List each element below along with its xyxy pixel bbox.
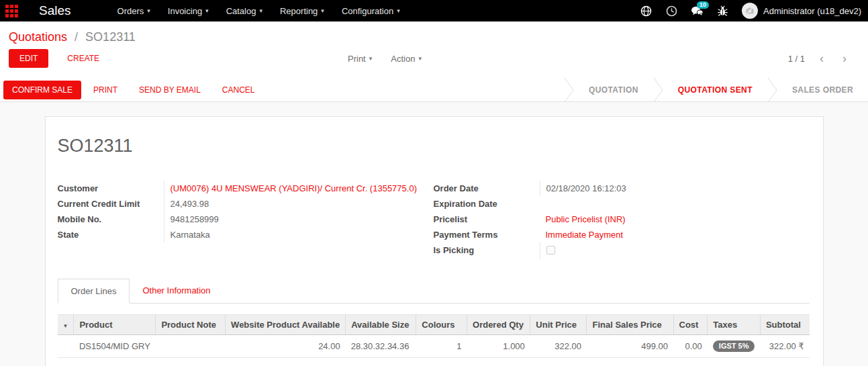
is-picking-checkbox[interactable] <box>546 246 555 255</box>
activities-clock-icon[interactable] <box>665 5 678 17</box>
col-final-sales-price[interactable]: Final Sales Price <box>587 315 673 335</box>
debug-bug-icon[interactable] <box>716 5 729 17</box>
chevron-down-icon: ▾ <box>147 7 150 14</box>
cell-ordered-qty: 1.000 <box>467 335 530 358</box>
user-menu[interactable]: Administrator (u18_dev2) <box>742 3 861 19</box>
menu-orders[interactable]: Orders ▾ <box>109 0 159 21</box>
state-quotation[interactable]: QUOTATION <box>574 78 653 101</box>
table-header-row: ▼ Product Product Note Website Product A… <box>58 315 810 335</box>
tab-other-information[interactable]: Other Information <box>130 279 223 304</box>
status-arrow-separator <box>653 78 663 102</box>
field-is-picking: Is Picking <box>434 242 810 259</box>
cell-available-size: 28.30.32.34.36 <box>346 335 416 358</box>
pricelist-link[interactable]: Public Pricelist (INR) <box>540 212 810 227</box>
cell-final-sales-price: 499.00 <box>587 335 673 358</box>
breadcrumb: Quotations / SO12311 <box>0 21 868 46</box>
user-name: Administrator (u18_dev2) <box>763 6 861 16</box>
systray: 10 <box>640 3 868 19</box>
control-panel-buttons: EDIT CREATE Print ▾ Action ▾ 1 / 1 ‹ › <box>0 46 868 78</box>
main-content: SO12311 Customer (UM0076) 4U MENSWEAR (Y… <box>0 102 868 366</box>
state-quotation-sent[interactable]: QUOTATION SENT <box>663 78 767 101</box>
statusbar: CONFIRM SALE PRINT SEND BY EMAIL CANCEL … <box>0 78 868 102</box>
menu-invoicing[interactable]: Invoicing ▾ <box>159 0 218 21</box>
col-ordered-qty[interactable]: Ordered Qty <box>467 315 530 335</box>
pager-count: 1 / 1 <box>788 54 805 64</box>
pager: 1 / 1 ‹ › <box>788 52 851 65</box>
chevron-down-icon: ▾ <box>205 7 209 14</box>
messages-chat-icon[interactable]: 10 <box>691 5 704 17</box>
print-dropdown[interactable]: Print ▾ <box>348 54 372 64</box>
nav-menus: Orders ▾ Invoicing ▾ Catalog ▾ Reporting… <box>109 0 409 21</box>
unread-count-badge: 10 <box>697 1 709 9</box>
chevron-down-icon: ▾ <box>259 7 262 14</box>
cell-unit-price: 322.00 <box>530 335 587 358</box>
print-button[interactable]: PRINT <box>84 81 127 99</box>
col-website-product-available[interactable]: Website Product Available <box>226 315 346 335</box>
breadcrumb-separator: / <box>75 30 78 44</box>
field-groups: Customer (UM0076) 4U MENSWEAR (YADGIRI)/… <box>58 181 810 259</box>
statusbar-buttons: CONFIRM SALE PRINT SEND BY EMAIL CANCEL <box>0 78 264 101</box>
tax-badge: IGST 5% <box>713 340 755 352</box>
status-arrow-separator <box>767 78 777 102</box>
field-pricelist: Pricelist Public Pricelist (INR) <box>434 212 810 227</box>
tab-order-lines[interactable]: Order Lines <box>58 279 130 304</box>
statusbar-states: QUOTATION QUOTATION SENT SALES ORDER <box>564 78 868 101</box>
cell-subtotal: 322.00 ₹ <box>760 335 809 358</box>
action-dropdown[interactable]: Action ▾ <box>391 54 422 64</box>
field-current-credit-limit: Current Credit Limit 24,493.98 <box>58 196 434 212</box>
field-group-right: Order Date 02/18/2020 16:12:03 Expiratio… <box>434 181 810 259</box>
col-subtotal[interactable]: Subtotal <box>760 315 809 335</box>
col-product-note[interactable]: Product Note <box>156 315 226 335</box>
chevron-down-icon: ▾ <box>321 7 324 14</box>
website-globe-icon[interactable] <box>640 5 653 17</box>
col-available-size[interactable]: Available Size <box>346 315 416 335</box>
order-line-row[interactable]: DS1504/MID GRY 24.00 28.30.32.34.36 1 1.… <box>58 335 810 358</box>
col-unit-price[interactable]: Unit Price <box>530 315 587 335</box>
empty-table-row <box>58 358 810 366</box>
col-cost[interactable]: Cost <box>673 315 708 335</box>
chevron-down-icon: ▾ <box>369 55 373 62</box>
pager-next-icon[interactable]: › <box>838 52 851 65</box>
state-sales-order[interactable]: SALES ORDER <box>777 78 868 101</box>
cell-cost: 0.00 <box>673 335 708 358</box>
breadcrumb-quotations-link[interactable]: Quotations <box>9 30 67 44</box>
cell-colours: 1 <box>416 335 467 358</box>
field-customer: Customer (UM0076) 4U MENSWEAR (YADGIRI)/… <box>58 181 434 196</box>
field-order-date: Order Date 02/18/2020 16:12:03 <box>434 181 810 196</box>
chevron-down-icon: ▾ <box>418 55 422 62</box>
avatar <box>742 3 758 19</box>
send-by-email-button[interactable]: SEND BY EMAIL <box>130 81 210 99</box>
confirm-sale-button[interactable]: CONFIRM SALE <box>3 81 81 99</box>
create-button[interactable]: CREATE <box>63 53 103 64</box>
status-arrow-separator <box>564 78 574 102</box>
field-state: State Karnataka <box>58 227 434 242</box>
column-options-toggle[interactable]: ▼ <box>58 315 74 335</box>
field-group-left: Customer (UM0076) 4U MENSWEAR (YADGIRI)/… <box>58 181 434 259</box>
field-expiration-date: Expiration Date <box>434 196 810 212</box>
cell-product: DS1504/MID GRY <box>74 335 156 358</box>
menu-reporting[interactable]: Reporting ▾ <box>271 0 333 21</box>
cell-taxes: IGST 5% <box>708 335 761 358</box>
payment-terms-link[interactable]: Immediate Payment <box>540 227 810 242</box>
top-navbar: Sales Orders ▾ Invoicing ▾ Catalog ▾ Rep… <box>0 0 868 21</box>
field-payment-terms: Payment Terms Immediate Payment <box>434 227 810 242</box>
pager-previous-icon[interactable]: ‹ <box>816 52 828 65</box>
order-lines-table: ▼ Product Product Note Website Product A… <box>58 314 810 366</box>
page-title: SO12311 <box>58 136 810 156</box>
col-colours[interactable]: Colours <box>416 315 467 335</box>
chevron-down-icon: ▼ <box>63 323 68 329</box>
col-taxes[interactable]: Taxes <box>708 315 761 335</box>
customer-link[interactable]: (UM0076) 4U MENSWEAR (YADGIRI)/ Current … <box>164 181 434 196</box>
control-panel-dropdowns: Print ▾ Action ▾ <box>348 54 422 64</box>
menu-configuration[interactable]: Configuration ▾ <box>333 0 409 21</box>
cell-website-product-available: 24.00 <box>226 335 346 358</box>
menu-catalog[interactable]: Catalog ▾ <box>218 0 271 21</box>
cancel-button[interactable]: CANCEL <box>213 81 264 99</box>
chevron-down-icon: ▾ <box>397 7 400 14</box>
app-title[interactable]: Sales <box>39 3 71 18</box>
form-sheet: SO12311 Customer (UM0076) 4U MENSWEAR (Y… <box>45 116 824 366</box>
apps-menu-icon[interactable] <box>0 0 23 21</box>
breadcrumb-current: SO12311 <box>85 30 136 44</box>
edit-button[interactable]: EDIT <box>9 49 48 68</box>
col-product[interactable]: Product <box>74 315 156 335</box>
